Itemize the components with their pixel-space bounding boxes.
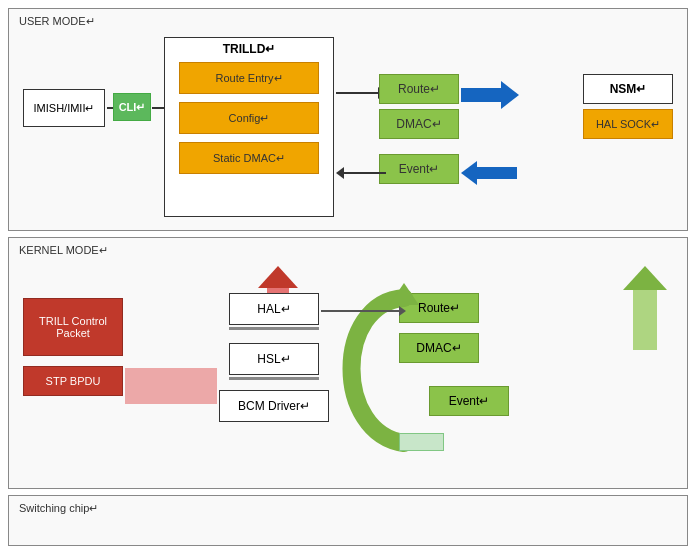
event-green-box: Event↵ (379, 154, 459, 184)
route-green-box: Route↵ (379, 74, 459, 104)
hal-box: HAL↵ (229, 293, 319, 325)
switching-chip-content (9, 496, 687, 545)
arrow-event-hal (461, 161, 517, 185)
green-loop-arrow (329, 273, 429, 458)
trill-packet-box: TRILL Control Packet (23, 298, 123, 356)
kernel-mode-content: TRILL Control Packet STP BPDU HAL↵ HSL↵ (9, 238, 687, 488)
kernel-small-indicator (399, 433, 444, 451)
kernel-event-box: Event↵ (429, 386, 509, 416)
static-dmac-box: Static DMAC↵ (179, 142, 319, 174)
bcm-driver-box: BCM Driver↵ (219, 390, 329, 422)
arrow-route-nsm (461, 81, 519, 109)
stp-bpdu-box: STP BPDU (23, 366, 123, 396)
imish-box: IMISH/IMII↵ (23, 89, 105, 127)
user-mode-content: IMISH/IMII↵ CLI↵ TRILLD↵ Rou (9, 9, 687, 230)
arrow-hal-route (321, 306, 406, 316)
kernel-mode-section: KERNEL MODE↵ TRILL Control Packet STP BP… (8, 237, 688, 489)
big-green-arrow (623, 266, 667, 350)
config-box: Config↵ (179, 102, 319, 134)
trilld-inner: Route Entry↵ Config↵ Static DMAC↵ (165, 62, 333, 174)
hal-hsl-separator (229, 327, 319, 330)
red-connector-bar (125, 368, 217, 404)
trilld-box: TRILLD↵ Route Entry↵ Config↵ Static DMAC… (164, 37, 334, 217)
user-mode-section: USER MODE↵ IMISH/IMII↵ CLI↵ TRI (8, 8, 688, 231)
cli-box: CLI↵ (113, 93, 151, 121)
hsl-box: HSL↵ (229, 343, 319, 375)
route-entry-box: Route Entry↵ (179, 62, 319, 94)
arrow-trilld-event (336, 167, 386, 179)
hsl-bcm-separator (229, 377, 319, 380)
switching-chip-section: Switching chip↵ (8, 495, 688, 546)
trilld-title: TRILLD↵ (165, 38, 333, 62)
nsm-box: NSM↵ (583, 74, 673, 104)
dmac-green-box: DMAC↵ (379, 109, 459, 139)
hal-sock-box: HAL SOCK↵ (583, 109, 673, 139)
main-container: USER MODE↵ IMISH/IMII↵ CLI↵ TRI (0, 0, 696, 554)
